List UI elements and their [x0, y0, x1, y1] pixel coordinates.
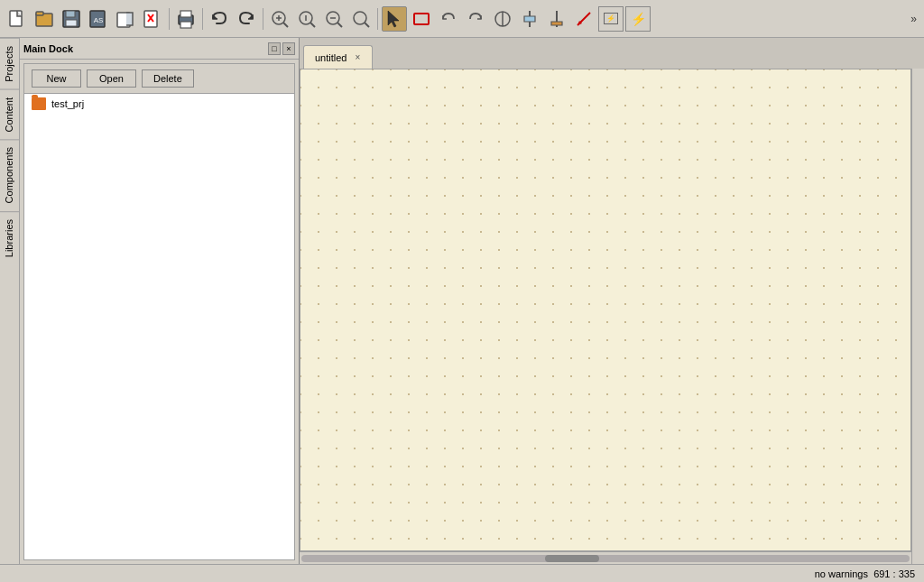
tool-name-icon[interactable]: ⚡	[598, 6, 624, 32]
open-button[interactable]: Open	[87, 69, 136, 88]
zoom-fit-icon[interactable]	[267, 6, 292, 32]
vertical-tabs: Projects Content Components Libraries	[0, 38, 20, 564]
svg-line-20	[310, 23, 315, 27]
sep3	[263, 8, 263, 30]
project-name: test_prj	[51, 98, 84, 109]
save-icon[interactable]	[59, 6, 84, 32]
new-button[interactable]: New	[32, 69, 81, 88]
zoom-reset-icon[interactable]	[348, 6, 374, 32]
horizontal-scrollbar[interactable]	[300, 551, 911, 564]
export-icon[interactable]	[113, 6, 138, 32]
dock-panel: Main Dock □ × New Open Delete test_prj	[20, 38, 300, 564]
coordinates-label: 691 : 335	[873, 568, 915, 579]
svg-rect-27	[414, 14, 429, 24]
svg-point-25	[354, 12, 366, 24]
svg-rect-13	[180, 11, 191, 17]
tool-pen-icon[interactable]	[571, 6, 596, 32]
tab-close-btn[interactable]: ×	[352, 52, 363, 63]
svg-rect-2	[36, 12, 43, 15]
zoom-out-icon[interactable]	[321, 6, 346, 32]
tool-symbol-icon[interactable]: ⚡	[625, 6, 651, 32]
tool-rotate-right-icon[interactable]	[463, 6, 488, 32]
svg-rect-4	[66, 11, 75, 17]
undo-icon[interactable]	[207, 6, 232, 32]
sep4	[377, 8, 378, 30]
right-area: untitled ×	[300, 38, 924, 564]
h-scrollbar-track[interactable]	[301, 555, 910, 562]
open-file-icon[interactable]	[32, 6, 57, 32]
select-tool-icon[interactable]	[382, 6, 407, 32]
svg-rect-14	[180, 22, 191, 28]
dock-buttons: New Open Delete	[24, 64, 294, 94]
dock-title: Main Dock	[23, 43, 73, 54]
close-doc-icon[interactable]	[140, 6, 165, 32]
new-file-icon[interactable]	[5, 6, 30, 32]
tab-content[interactable]: Content	[0, 89, 19, 140]
canvas-wrapper	[300, 69, 911, 564]
dock-close-btn[interactable]: ×	[282, 42, 295, 55]
warnings-label: no warnings	[815, 568, 868, 579]
tab-label: untitled	[315, 52, 346, 63]
delete-button[interactable]: Delete	[142, 69, 194, 88]
sep1	[169, 8, 170, 30]
tab-libraries[interactable]: Libraries	[0, 211, 19, 264]
left-panel: Projects Content Components Libraries Ma…	[0, 38, 300, 564]
dock-controls: □ ×	[268, 42, 295, 55]
symbol-tool-label: ⚡	[631, 12, 646, 26]
canvas-area[interactable]	[300, 69, 911, 551]
canvas-container	[300, 69, 924, 564]
tool-rotate-left-icon[interactable]	[436, 6, 461, 32]
svg-text:AS: AS	[94, 16, 104, 24]
tool-anchor-icon[interactable]	[544, 6, 569, 32]
tool-pin-icon[interactable]	[517, 6, 542, 32]
main-area: Projects Content Components Libraries Ma…	[0, 38, 924, 564]
tool-flip-icon[interactable]	[490, 6, 515, 32]
project-list: test_prj	[24, 94, 294, 559]
dock-float-btn[interactable]: □	[268, 42, 281, 55]
document-tab[interactable]: untitled ×	[303, 45, 373, 69]
vertical-scrollbar[interactable]	[911, 69, 924, 564]
print-icon[interactable]	[173, 6, 199, 32]
svg-rect-0	[10, 11, 22, 26]
tool-rect-icon[interactable]	[409, 6, 434, 32]
status-bar: no warnings 691 : 335	[0, 564, 924, 582]
zoom-in-icon[interactable]	[294, 6, 319, 32]
svg-rect-5	[66, 20, 77, 26]
main-toolbar: AS	[0, 0, 924, 38]
svg-line-16	[283, 23, 288, 27]
tab-components[interactable]: Components	[0, 139, 19, 210]
h-scrollbar-thumb[interactable]	[545, 555, 599, 562]
svg-line-26	[365, 23, 369, 27]
sep2	[202, 8, 203, 30]
dock-header: Main Dock □ ×	[20, 38, 299, 60]
toolbar-overflow-btn[interactable]: »	[907, 11, 920, 27]
save-as-icon[interactable]: AS	[86, 6, 111, 32]
dock-content: New Open Delete test_prj	[23, 63, 295, 560]
redo-icon[interactable]	[234, 6, 259, 32]
folder-icon	[32, 97, 46, 110]
tab-projects[interactable]: Projects	[0, 38, 19, 89]
svg-line-23	[337, 23, 342, 27]
name-tool-label: ⚡	[604, 13, 618, 24]
list-item[interactable]: test_prj	[24, 94, 294, 114]
tab-bar: untitled ×	[300, 38, 924, 69]
